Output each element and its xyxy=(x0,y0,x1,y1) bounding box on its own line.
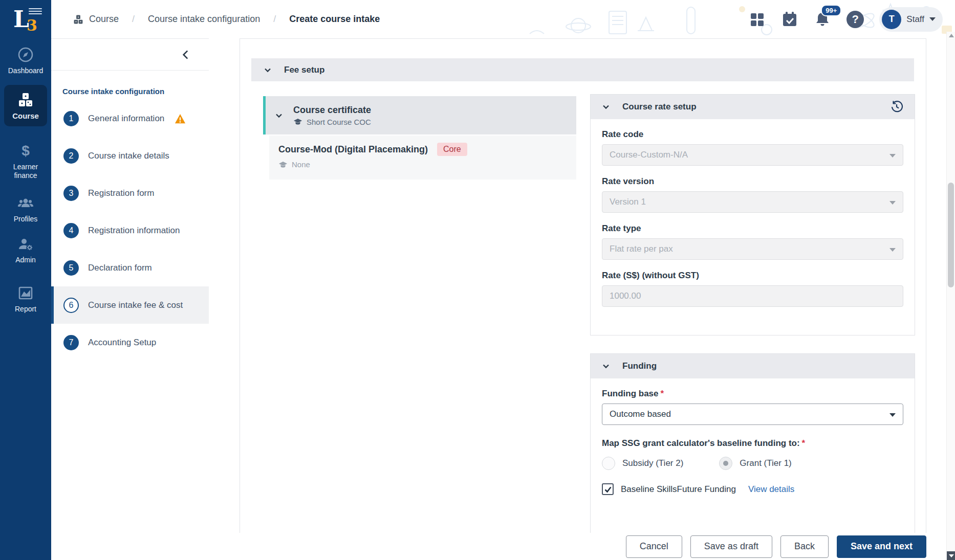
scroll-up-arrow-icon[interactable] xyxy=(949,34,954,37)
rate-version-field: Rate version Version 1 xyxy=(602,176,903,213)
sidebar-item-label: Report xyxy=(0,305,51,313)
sidebar-item-learner-finance[interactable]: $ Learner finance xyxy=(0,142,51,180)
user-label: Staff xyxy=(906,14,924,25)
sidebar-item-label: Learner finance xyxy=(8,163,44,180)
sidebar-item-label: Profiles xyxy=(0,215,51,223)
breadcrumb-course[interactable]: Course xyxy=(73,14,119,25)
field-value: 1000.00 xyxy=(610,291,641,301)
sidebar-item-profiles[interactable]: Profiles xyxy=(0,194,51,223)
content-card: Fee setup Course certificate Short Cours… xyxy=(240,38,926,533)
rate-amount-input: 1000.00 xyxy=(602,285,903,307)
step-course-intake-fee-cost[interactable]: 6 Course intake fee & cost xyxy=(51,286,209,324)
topbar-actions: 99+ ? T Staff xyxy=(748,0,943,38)
scrollbar-thumb[interactable] xyxy=(948,183,954,287)
step-number: 6 xyxy=(63,298,79,313)
step-registration-information[interactable]: 4 Registration information xyxy=(51,212,209,249)
course-rate-setup-header[interactable]: Course rate setup xyxy=(591,95,915,119)
sidebar-item-course[interactable]: Course xyxy=(4,85,47,126)
baseline-skillsfuture-checkbox[interactable] xyxy=(602,483,614,495)
stepper-title: Course intake configuration xyxy=(62,87,209,96)
step-label: Course intake details xyxy=(88,151,169,161)
main-content: Fee setup Course certificate Short Cours… xyxy=(209,0,955,560)
rate-type-field: Rate type Flat rate per pax xyxy=(602,223,903,260)
sidebar-item-label: Admin xyxy=(0,256,51,264)
step-declaration-form[interactable]: 5 Declaration form xyxy=(51,249,209,286)
sidebar-item-dashboard[interactable]: Dashboard xyxy=(0,46,51,75)
field-label: Rate (S$) (without GST) xyxy=(602,271,903,281)
radio-label: Subsidy (Tier 2) xyxy=(622,458,683,468)
step-registration-form[interactable]: 3 Registration form xyxy=(51,174,209,212)
step-number: 7 xyxy=(63,335,79,350)
step-general-information[interactable]: 1 General information xyxy=(51,100,209,137)
certificate-title: Course certificate xyxy=(293,105,371,116)
section-title: Fee setup xyxy=(284,65,324,75)
apps-grid-icon[interactable] xyxy=(748,11,766,28)
brand-logo[interactable]: L 3 xyxy=(0,3,51,39)
breadcrumb-separator: / xyxy=(132,14,135,25)
step-label: Registration form xyxy=(88,188,154,198)
sidebar-item-report[interactable]: Report xyxy=(0,284,51,313)
cubes-icon xyxy=(73,14,84,25)
rate-code-field: Rate code Course-Custom-N/A xyxy=(602,129,903,166)
course-certificate-card[interactable]: Course certificate Short Course COC xyxy=(263,96,576,135)
step-number: 1 xyxy=(63,111,79,126)
radio-icon xyxy=(602,457,615,470)
course-rate-setup-panel: Course rate setup Rate code Course-Custo… xyxy=(590,94,915,335)
history-icon[interactable] xyxy=(890,100,903,114)
step-label: General information xyxy=(88,114,164,124)
step-course-intake-details[interactable]: 2 Course intake details xyxy=(51,137,209,174)
field-value: Outcome based xyxy=(610,409,671,419)
cancel-button[interactable]: Cancel xyxy=(626,535,682,558)
view-details-link[interactable]: View details xyxy=(748,484,794,495)
notifications-bell-icon[interactable]: 99+ xyxy=(814,11,831,28)
app-screen: L 3 Dashboard Course $ Learner finance P… xyxy=(0,0,955,560)
rate-version-select: Version 1 xyxy=(602,191,903,213)
checkbox-label: Baseline SkillsFuture Funding xyxy=(621,484,736,495)
breadcrumb-course-intake-configuration[interactable]: Course intake configuration xyxy=(148,14,260,25)
funding-header[interactable]: Funding xyxy=(591,354,915,378)
calendar-check-icon[interactable] xyxy=(781,11,798,28)
section-title: Funding xyxy=(622,361,903,371)
map-ssg-label: Map SSG grant calculator's baseline fund… xyxy=(602,438,800,448)
graduation-cap-icon xyxy=(293,118,302,125)
module-row[interactable]: Course-Mod (Digital Placemaking) Core No… xyxy=(269,136,576,180)
field-label: Rate version xyxy=(602,176,903,187)
rate-amount-field: Rate (S$) (without GST) 1000.00 xyxy=(602,271,903,307)
radio-subsidy-tier2[interactable]: Subsidy (Tier 2) xyxy=(602,457,683,470)
chevron-down-icon xyxy=(889,201,896,205)
step-number: 2 xyxy=(63,148,79,164)
chevron-down-icon xyxy=(602,103,610,111)
save-as-draft-button[interactable]: Save as draft xyxy=(690,535,772,558)
collapse-sidebar-icon[interactable] xyxy=(179,48,192,61)
dollar-icon: $ xyxy=(17,142,34,160)
sidebar-item-admin[interactable]: Admin xyxy=(0,235,51,264)
chevron-down-icon[interactable] xyxy=(275,111,283,120)
vertical-scrollbar[interactable] xyxy=(946,32,955,560)
field-value: Version 1 xyxy=(610,197,646,207)
funding-base-field: Funding base* Outcome based xyxy=(602,389,903,425)
back-button[interactable]: Back xyxy=(780,535,829,558)
breadcrumb-label: Create course intake xyxy=(289,14,380,25)
people-icon xyxy=(17,194,34,212)
help-icon[interactable]: ? xyxy=(847,11,864,28)
step-label: Course intake fee & cost xyxy=(88,300,183,310)
step-accounting-setup[interactable]: 7 Accounting Setup xyxy=(51,324,209,361)
radio-grant-tier1[interactable]: Grant (Tier 1) xyxy=(719,457,791,470)
scroll-down-arrow-icon[interactable] xyxy=(947,551,955,560)
baseline-skillsfuture-row: Baseline SkillsFuture Funding View detai… xyxy=(602,483,903,495)
user-menu[interactable]: T Staff xyxy=(879,7,943,32)
chart-icon xyxy=(17,284,34,302)
graduation-cap-icon xyxy=(278,161,288,168)
breadcrumb-separator: / xyxy=(273,14,276,25)
radio-label: Grant (Tier 1) xyxy=(740,458,791,468)
logo-tagline-lines xyxy=(29,8,42,16)
funding-base-select[interactable]: Outcome based xyxy=(602,404,903,425)
radio-icon-selected xyxy=(719,457,732,470)
field-value: Flat rate per pax xyxy=(610,244,673,254)
sidebar-item-label: Dashboard xyxy=(0,66,51,75)
field-label: Funding base xyxy=(602,389,659,398)
topbar: Course / Course intake configuration / C… xyxy=(51,0,955,38)
save-and-next-button[interactable]: Save and next xyxy=(837,535,926,558)
fee-setup-header[interactable]: Fee setup xyxy=(251,58,914,81)
core-badge: Core xyxy=(437,143,467,156)
